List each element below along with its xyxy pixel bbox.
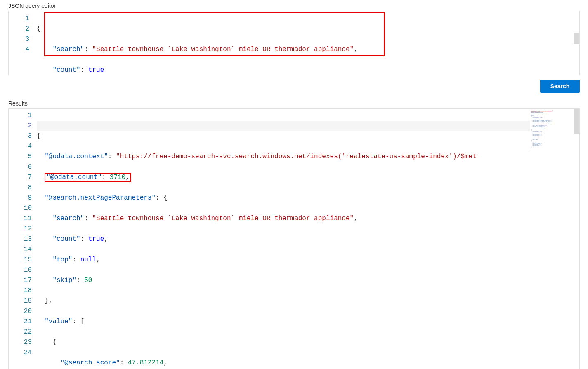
line-number: 6 — [9, 162, 32, 172]
odata-count-value: 3710 — [110, 174, 125, 181]
editor-gutter: 1 2 3 4 — [9, 11, 37, 75]
search-button[interactable]: Search — [540, 80, 580, 93]
line-number: 12 — [9, 224, 32, 234]
nextpage-top-value: null — [80, 256, 96, 263]
results-section-label: Results — [8, 98, 580, 108]
line-number: 3 — [9, 34, 29, 45]
nextpage-count-value: true — [88, 235, 104, 243]
line-number: 18 — [9, 286, 32, 296]
search-score-value: 47.812214 — [128, 359, 163, 367]
line-number: 4 — [9, 45, 29, 55]
line-number: 2 — [9, 121, 32, 131]
line-number: 16 — [9, 265, 32, 275]
line-number: 8 — [9, 183, 32, 193]
line-number: 1 — [9, 110, 32, 121]
results-scrollbar[interactable] — [574, 109, 579, 369]
line-number: 13 — [9, 234, 32, 244]
results-viewer[interactable]: 1 2 3 4 5 6 7 8 9 10 11 12 13 14 15 16 1… — [8, 108, 580, 369]
json-query-editor[interactable]: 1 2 3 4 { "search": "Seattle townhouse `… — [8, 11, 580, 75]
line-number: 22 — [9, 327, 32, 337]
current-line-highlight — [37, 121, 530, 131]
odata-context-value: https://free-demo-search-svc.search.wind… — [120, 153, 477, 160]
line-number: 4 — [9, 141, 32, 152]
line-number: 23 — [9, 337, 32, 348]
line-number: 21 — [9, 317, 32, 327]
line-number: 17 — [9, 275, 32, 286]
line-number: 20 — [9, 306, 32, 317]
results-gutter: 1 2 3 4 5 6 7 8 9 10 11 12 13 14 15 16 1… — [9, 109, 37, 369]
line-number: 19 — [9, 296, 32, 306]
line-number: 7 — [9, 172, 32, 183]
line-number: 14 — [9, 244, 32, 255]
line-number: 15 — [9, 255, 32, 265]
line-number: 2 — [9, 24, 29, 34]
line-number: 10 — [9, 203, 32, 214]
results-minimap[interactable]: { "@odata.context": "https://free-demo-s… — [530, 109, 579, 369]
line-number: 9 — [9, 193, 32, 203]
editor-count-value: true — [88, 66, 104, 74]
nextpage-search-value: Seattle townhouse `Lake Washington` miel… — [96, 215, 350, 222]
line-number: 1 — [9, 14, 29, 24]
line-number: 5 — [9, 152, 32, 162]
line-number: 3 — [9, 131, 32, 141]
editor-search-value: Seattle townhouse `Lake Washington` miel… — [96, 46, 350, 53]
results-code[interactable]: { "@odata.context": "https://free-demo-s… — [37, 109, 530, 369]
odata-count-highlight: "@odata.count": 3710, — [45, 173, 131, 182]
line-number: 24 — [9, 348, 32, 358]
nextpage-skip-value: 50 — [84, 277, 92, 284]
editor-section-label: JSON query editor — [8, 0, 580, 11]
line-number: 11 — [9, 214, 32, 224]
editor-code[interactable]: { "search": "Seattle townhouse `Lake Was… — [37, 11, 579, 75]
